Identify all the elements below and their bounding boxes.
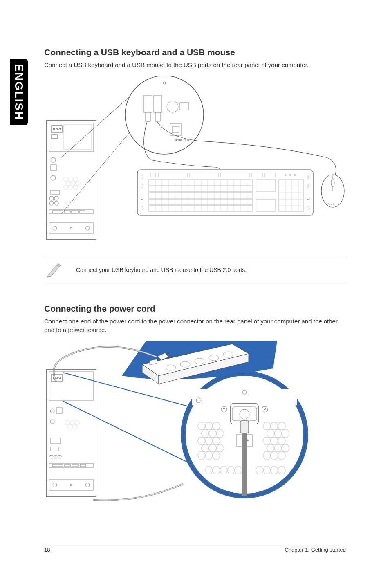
svg-point-54 bbox=[294, 174, 296, 176]
svg-rect-62 bbox=[279, 180, 303, 211]
svg-rect-32 bbox=[155, 112, 160, 121]
svg-rect-55 bbox=[149, 180, 253, 185]
svg-rect-107 bbox=[49, 480, 93, 490]
svg-rect-97 bbox=[51, 438, 61, 444]
svg-rect-56 bbox=[149, 186, 253, 192]
svg-rect-57 bbox=[149, 193, 253, 198]
svg-rect-18 bbox=[65, 211, 70, 213]
svg-rect-51 bbox=[265, 173, 276, 177]
section-heading: Connecting the power cord bbox=[44, 304, 346, 314]
svg-rect-29 bbox=[144, 95, 152, 112]
svg-point-53 bbox=[289, 174, 291, 176]
svg-rect-36 bbox=[173, 126, 179, 133]
page-content: Connecting a USB keyboard and a USB mous… bbox=[44, 47, 346, 512]
svg-rect-30 bbox=[154, 95, 162, 112]
svg-rect-34 bbox=[180, 103, 189, 110]
section-body: Connect one end of the power cord to the… bbox=[44, 317, 346, 334]
svg-rect-58 bbox=[149, 199, 253, 205]
svg-rect-61 bbox=[256, 199, 276, 211]
svg-rect-131 bbox=[240, 421, 249, 433]
svg-rect-105 bbox=[72, 464, 78, 467]
language-tab: ENGLISH bbox=[10, 59, 28, 125]
svg-rect-19 bbox=[71, 211, 78, 213]
note-box: Connect your USB keyboard and USB mouse … bbox=[44, 256, 346, 284]
svg-rect-59 bbox=[149, 206, 253, 211]
svg-rect-31 bbox=[146, 112, 150, 121]
svg-rect-121 bbox=[192, 389, 297, 405]
chapter-label: Chapter 1: Getting started bbox=[285, 547, 346, 553]
svg-rect-50 bbox=[252, 173, 262, 177]
svg-point-114 bbox=[209, 355, 219, 361]
svg-rect-47 bbox=[159, 173, 187, 177]
svg-rect-104 bbox=[65, 464, 70, 467]
page-footer: 18 Chapter 1: Getting started bbox=[44, 544, 346, 553]
section-usb-keyboard-mouse: Connecting a USB keyboard and a USB mous… bbox=[44, 47, 346, 284]
power-cord-diagram bbox=[44, 341, 346, 504]
svg-point-112 bbox=[180, 361, 190, 367]
note-text: Connect your USB keyboard and USB mouse … bbox=[72, 260, 251, 280]
svg-point-115 bbox=[223, 352, 233, 357]
svg-rect-95 bbox=[56, 408, 62, 413]
section-body: Connect a USB keyboard and a USB mouse t… bbox=[44, 61, 346, 69]
svg-rect-7 bbox=[52, 135, 57, 139]
svg-rect-49 bbox=[221, 173, 249, 177]
svg-rect-60 bbox=[256, 180, 276, 192]
svg-rect-20 bbox=[79, 211, 85, 213]
section-heading: Connecting a USB keyboard and a USB mous… bbox=[44, 47, 346, 57]
page-number: 18 bbox=[44, 547, 50, 553]
svg-point-87 bbox=[331, 179, 334, 187]
svg-rect-98 bbox=[51, 447, 59, 451]
svg-point-111 bbox=[166, 365, 176, 370]
svg-rect-106 bbox=[80, 464, 86, 467]
svg-point-25 bbox=[125, 76, 204, 154]
section-power-cord: Connecting the power cord Connect one en… bbox=[44, 304, 346, 504]
svg-rect-21 bbox=[49, 223, 93, 233]
svg-rect-48 bbox=[190, 173, 218, 177]
svg-rect-15 bbox=[51, 190, 60, 194]
svg-rect-103 bbox=[52, 464, 63, 467]
svg-rect-17 bbox=[52, 211, 63, 213]
note-pencil-icon bbox=[44, 256, 72, 284]
mouse-brand: /SUS bbox=[328, 202, 335, 205]
svg-point-113 bbox=[195, 358, 204, 364]
svg-rect-9 bbox=[51, 165, 56, 171]
usb-connection-diagram: SPDIF OUT bbox=[44, 76, 346, 247]
svg-rect-46 bbox=[150, 173, 155, 177]
svg-point-52 bbox=[285, 174, 286, 176]
